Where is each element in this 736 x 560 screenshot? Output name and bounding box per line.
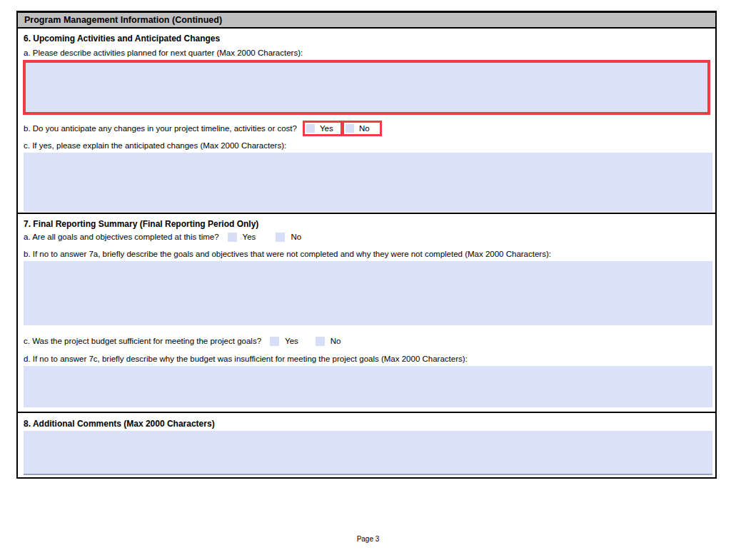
- question-7c-label: c. Was the project budget sufficient for…: [24, 336, 261, 347]
- checkbox-6b-no-label: No: [359, 123, 370, 134]
- focus-highlight-6b: Yes No: [303, 121, 382, 136]
- section-8-comments-textarea[interactable]: [24, 431, 712, 475]
- question-7b-label: b. If no to answer 7a, briefly describe …: [24, 249, 710, 260]
- section-8-title: 8. Additional Comments (Max 2000 Charact…: [18, 413, 715, 429]
- question-7d-textarea[interactable]: [24, 366, 712, 407]
- page-footer: Page 3: [0, 535, 736, 543]
- checkbox-7c-no-label: No: [331, 336, 341, 347]
- section-6-title: 6. Upcoming Activities and Anticipated C…: [18, 29, 715, 44]
- question-7a-row: a. Are all goals and objectives complete…: [24, 232, 710, 243]
- checkbox-7c-yes-label: Yes: [285, 336, 298, 347]
- question-7b-textarea[interactable]: [24, 261, 712, 325]
- question-6c-label: c. If yes, please explain the anticipate…: [24, 141, 710, 151]
- pdf-page: Program Management Information (Continue…: [0, 0, 736, 560]
- checkbox-7a-yes-label: Yes: [243, 232, 256, 243]
- checkbox-7c-no[interactable]: [316, 337, 325, 346]
- checkbox-6b-no[interactable]: [346, 124, 354, 133]
- question-6a-label: a. Please describe activities planned fo…: [24, 48, 710, 58]
- question-7d-label: d. If no to answer 7c, briefly describe …: [24, 354, 710, 365]
- form-header-bar: Program Management Information (Continue…: [18, 11, 715, 29]
- question-7c-row: c. Was the project budget sufficient for…: [24, 336, 710, 347]
- checkbox-7a-no[interactable]: [276, 233, 285, 242]
- section-8-additional-comments: 8. Additional Comments (Max 2000 Charact…: [18, 413, 715, 477]
- page-number: Page 3: [357, 535, 380, 543]
- section-7-final-reporting: 7. Final Reporting Summary (Final Report…: [18, 214, 715, 413]
- checkbox-6b-yes[interactable]: [306, 124, 315, 133]
- question-7a-label: a. Are all goals and objectives complete…: [24, 232, 219, 243]
- section-6-upcoming-activities: 6. Upcoming Activities and Anticipated C…: [18, 29, 715, 214]
- question-6b-row: b. Do you anticipate any changes in your…: [24, 121, 710, 136]
- checkbox-7a-no-label: No: [291, 232, 301, 243]
- checkbox-6b-yes-label: Yes: [320, 123, 333, 134]
- question-6b-label: b. Do you anticipate any changes in your…: [24, 123, 297, 134]
- question-6c-textarea[interactable]: [24, 153, 712, 212]
- page-title: Program Management Information (Continue…: [24, 15, 222, 25]
- checkbox-7c-yes[interactable]: [270, 337, 279, 346]
- yes-option-cell-6b: Yes: [305, 123, 341, 134]
- no-option-cell-6b: No: [344, 123, 380, 134]
- checkbox-7a-yes[interactable]: [228, 233, 237, 242]
- focus-highlight-6a: [23, 60, 710, 115]
- section-7-title: 7. Final Reporting Summary (Final Report…: [18, 214, 715, 230]
- question-6a-textarea[interactable]: [26, 63, 707, 112]
- program-management-form: Program Management Information (Continue…: [16, 11, 717, 479]
